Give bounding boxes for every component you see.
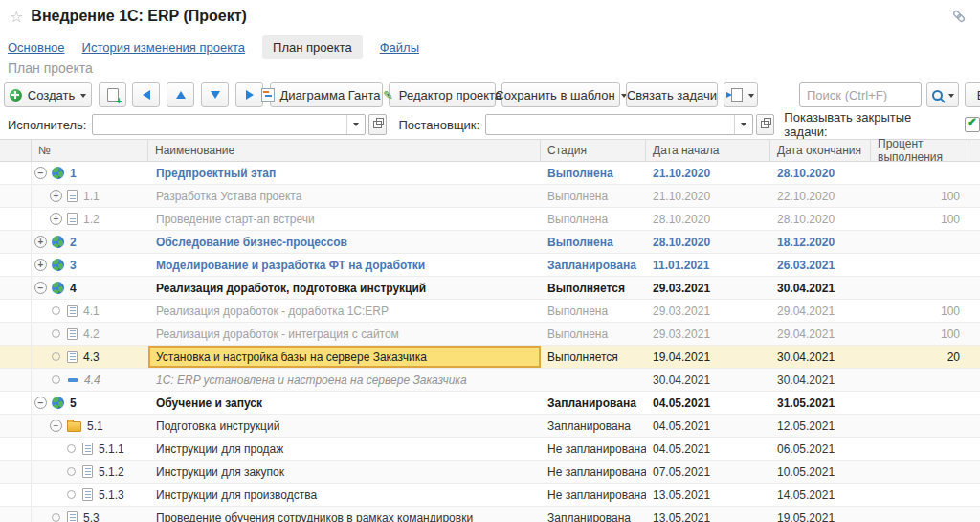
expand-icon[interactable]: + (34, 259, 47, 271)
row-number: 5 (70, 397, 77, 410)
collapse-icon[interactable]: − (34, 397, 47, 409)
expand-icon[interactable]: + (50, 190, 62, 202)
executor-input[interactable] (93, 118, 346, 132)
row-percent (871, 484, 969, 506)
row-name[interactable]: Установка и настройка базы на сервере За… (148, 346, 541, 368)
more-button[interactable]: Ещё (965, 82, 980, 107)
table-row[interactable]: −5.1Подготовка инструкцийЗапланирована04… (0, 415, 980, 438)
export-report-button[interactable] (724, 82, 758, 107)
row-stage: Выполнена (541, 208, 646, 230)
table-row[interactable]: 4.2Реализация доработок - интеграция с с… (0, 323, 980, 346)
task-document-icon (67, 305, 78, 317)
row-name[interactable]: Реализация доработок, подготовка инструк… (148, 277, 541, 299)
row-name[interactable]: Инструкции для производства (148, 484, 541, 506)
expand-icon[interactable]: + (34, 236, 47, 248)
task-state-icon[interactable] (52, 513, 60, 522)
row-tree-cell: −1 (32, 162, 148, 184)
task-state-icon[interactable] (67, 444, 76, 453)
move-down-button[interactable] (201, 82, 229, 107)
table-row[interactable]: 4.41С: ERP установлена и настроена на се… (0, 369, 980, 392)
link-tasks-button[interactable]: Связать задачи (626, 82, 718, 107)
table-row[interactable]: −1Предпроектный этапВыполнена21.10.20202… (0, 162, 980, 185)
chevron-down-icon (948, 94, 954, 101)
column-indicator[interactable] (0, 140, 32, 161)
row-percent (871, 162, 969, 184)
row-name[interactable]: Инструкции для продаж (148, 438, 541, 460)
task-state-icon[interactable] (52, 352, 60, 361)
row-name[interactable]: Обследование бизнес-процессов (148, 231, 541, 253)
collapse-icon[interactable]: − (34, 282, 47, 294)
tab-files[interactable]: Файлы (380, 40, 419, 55)
column-stage[interactable]: Стадия (541, 140, 646, 161)
move-left-button[interactable] (132, 82, 160, 107)
author-input[interactable] (486, 118, 734, 132)
row-tree-cell: 5.1.1 (32, 438, 148, 460)
table-row[interactable]: +1.1Разработка Устава проектаВыполнена21… (0, 185, 980, 208)
row-name[interactable]: Инструкции для закупок (148, 461, 541, 483)
favorite-star-icon[interactable] (10, 8, 23, 26)
arrow-up-icon (176, 91, 186, 99)
row-indicator (0, 208, 32, 230)
table-row[interactable]: +2Обследование бизнес-процессовВыполнена… (0, 231, 980, 254)
table-row[interactable]: 5.1.2Инструкции для закупокНе запланиров… (0, 461, 980, 484)
project-editor-button[interactable]: Редактор проекта (389, 82, 496, 107)
document-arrow-icon (731, 88, 743, 102)
task-state-icon[interactable] (52, 306, 60, 315)
row-name[interactable]: 1С: ERP установлена и настроена на серве… (148, 369, 541, 391)
column-end-date[interactable]: Дата окончания (770, 140, 871, 161)
tab-project-plan[interactable]: План проекта (262, 35, 363, 59)
row-name[interactable]: Проведение обучения сотрудников в рамках… (148, 507, 541, 522)
link-icon[interactable] (951, 9, 967, 24)
row-name[interactable]: Реализация доработок - доработка 1С:ERP (148, 300, 541, 322)
move-up-button[interactable] (167, 82, 194, 107)
show-closed-checkbox[interactable] (965, 117, 980, 132)
table-row[interactable]: 5.1.1Инструкции для продажНе запланирова… (0, 438, 980, 461)
row-name[interactable]: Обучение и запуск (148, 392, 541, 414)
table-row[interactable]: 4.3Установка и настройка базы на сервере… (0, 346, 980, 369)
chevron-down-icon[interactable] (346, 115, 365, 134)
task-state-icon[interactable] (52, 375, 60, 384)
author-open-button[interactable] (756, 114, 774, 135)
table-row[interactable]: +3Моделирование и разработка ФТ на дораб… (0, 254, 980, 277)
row-name[interactable]: Предпроектный этап (148, 162, 541, 184)
row-indicator (0, 392, 32, 414)
table-row[interactable]: 5.3Проведение обучения сотрудников в рам… (0, 507, 980, 522)
row-start-date: 28.10.2020 (646, 231, 770, 253)
table-row[interactable]: −4Реализация доработок, подготовка инстр… (0, 277, 980, 300)
table-row[interactable]: 4.1Реализация доработок - доработка 1С:E… (0, 300, 980, 323)
expand-icon[interactable]: + (50, 213, 62, 225)
executor-open-button[interactable] (368, 114, 387, 135)
column-name[interactable]: Наименование (148, 140, 541, 161)
row-name[interactable]: Моделирование и разработка ФТ на доработ… (148, 254, 541, 276)
collapse-icon[interactable]: − (34, 167, 47, 179)
column-number[interactable]: № (32, 140, 148, 161)
task-document-icon (82, 465, 93, 478)
row-name[interactable]: Проведение старт-ап встречи (148, 208, 541, 230)
save-to-template-button[interactable]: Сохранить в шаблон (501, 82, 620, 107)
column-start-date[interactable]: Дата начала (646, 140, 770, 161)
chevron-down-icon (80, 94, 86, 101)
copy-button[interactable] (99, 82, 126, 107)
tab-change-history[interactable]: История изменения проекта (82, 40, 246, 55)
move-right-button[interactable] (235, 82, 263, 107)
create-button[interactable]: Создать (4, 82, 92, 107)
author-combobox (485, 114, 753, 135)
task-state-icon[interactable] (67, 490, 76, 499)
row-tree-cell: 5.1.3 (32, 484, 148, 506)
tab-main[interactable]: Основное (8, 40, 65, 55)
table-row[interactable]: 5.1.3Инструкции для производстваНе запла… (0, 484, 980, 507)
table-row[interactable]: −5Обучение и запускЗапланирована04.05.20… (0, 392, 980, 415)
chevron-down-icon[interactable] (734, 115, 752, 134)
row-name[interactable]: Реализация доработок - интеграция с сайт… (148, 323, 541, 345)
row-name[interactable]: Подготовка инструкций (148, 415, 541, 437)
task-state-icon[interactable] (67, 467, 76, 476)
collapse-icon[interactable]: − (50, 420, 62, 432)
task-state-icon[interactable] (52, 329, 60, 338)
row-stage: Запланирована (541, 415, 646, 437)
row-tree-cell: +1.1 (32, 185, 148, 207)
table-row[interactable]: +1.2Проведение старт-ап встречиВыполнена… (0, 208, 980, 231)
row-name[interactable]: Разработка Устава проекта (148, 185, 541, 207)
gantt-chart-button[interactable]: Диаграмма Ганта (270, 82, 383, 107)
search-button[interactable] (926, 82, 959, 107)
column-percent[interactable]: Процент выполнения (871, 140, 969, 161)
